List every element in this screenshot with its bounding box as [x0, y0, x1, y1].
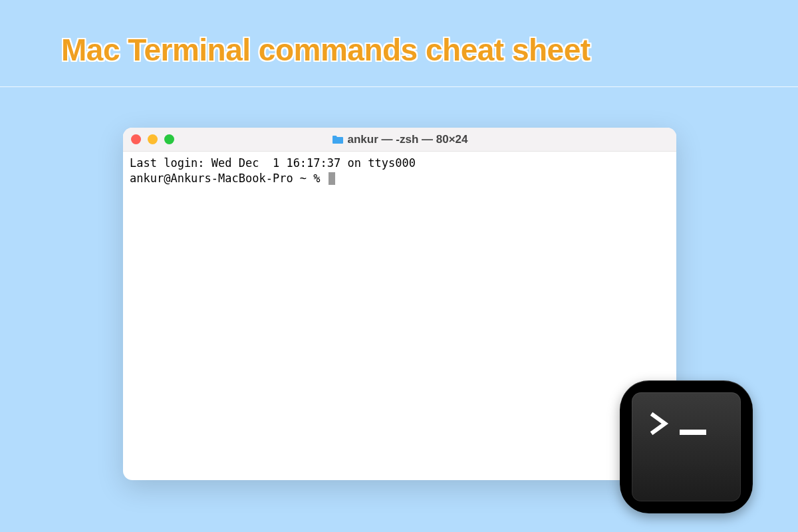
chevron-right-icon [648, 411, 673, 436]
minimize-button[interactable] [148, 134, 158, 144]
window-title: ankur — -zsh — 80×24 [123, 133, 676, 146]
shell-prompt: ankur@Ankurs-MacBook-Pro ~ % [130, 172, 327, 185]
cursor-icon [329, 172, 335, 185]
divider [0, 86, 798, 87]
close-button[interactable] [131, 134, 141, 144]
maximize-button[interactable] [164, 134, 174, 144]
terminal-app-icon [620, 380, 753, 513]
folder-icon [332, 135, 344, 144]
last-login-line: Last login: Wed Dec 1 16:17:37 on ttys00… [130, 156, 670, 171]
terminal-window: ankur — -zsh — 80×24 Last login: Wed Dec… [123, 128, 676, 480]
title-bar[interactable]: ankur — -zsh — 80×24 [123, 128, 676, 152]
traffic-lights [131, 134, 174, 144]
window-title-text: ankur — -zsh — 80×24 [348, 133, 468, 146]
prompt-line: ankur@Ankurs-MacBook-Pro ~ % [130, 171, 670, 186]
terminal-body[interactable]: Last login: Wed Dec 1 16:17:37 on ttys00… [123, 152, 676, 190]
terminal-app-icon-screen [632, 392, 741, 501]
page-title: Mac Terminal commands cheat sheet [0, 0, 798, 84]
underscore-icon [680, 430, 706, 435]
terminal-app-icon-prompt [648, 411, 706, 436]
